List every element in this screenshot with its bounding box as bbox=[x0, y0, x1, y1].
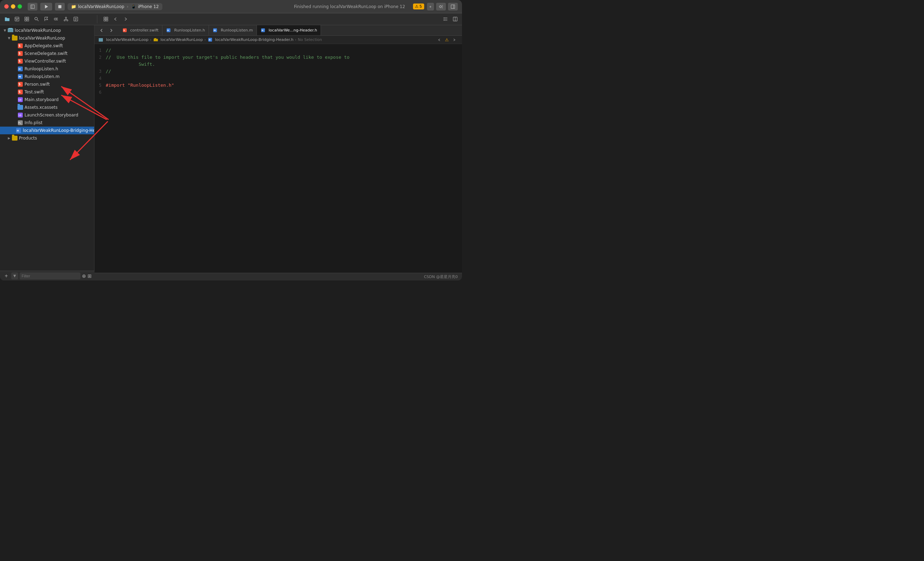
tree-item-person-label: Person.swift bbox=[24, 82, 50, 87]
tree-item-products[interactable]: ▶ Products bbox=[0, 134, 94, 142]
breadcrumb-project-icon bbox=[98, 37, 104, 43]
tree-item-appdelegate[interactable]: ▶ S AppDelegate.swift bbox=[0, 42, 94, 50]
split-icon[interactable] bbox=[451, 15, 459, 24]
chevron-down-icon: ▼ bbox=[7, 36, 11, 40]
tree-item-group[interactable]: ▼ localVarWeakRunLoop bbox=[0, 34, 94, 42]
tab-controller[interactable]: S controller.swift bbox=[118, 25, 162, 35]
diff-toolbar-icon[interactable] bbox=[52, 15, 60, 24]
add-button[interactable]: + bbox=[427, 3, 434, 10]
svg-text:SB: SB bbox=[18, 99, 21, 102]
tab-nav-forward[interactable] bbox=[107, 26, 116, 34]
toolbar bbox=[0, 13, 462, 25]
warning-badge[interactable]: ⚠️ 5 bbox=[413, 3, 424, 9]
tab-bridging-h-icon: H bbox=[260, 28, 266, 33]
m-file-icon: M bbox=[18, 74, 23, 79]
traffic-lights bbox=[4, 4, 22, 9]
tree-item-scenedelegate[interactable]: ▶ S SceneDelegate.swift bbox=[0, 50, 94, 57]
lines-icon[interactable] bbox=[441, 15, 449, 24]
sidebar-toggle-button[interactable] bbox=[28, 3, 38, 10]
svg-rect-15 bbox=[24, 19, 26, 21]
breadcrumb-part4: No Selection bbox=[298, 37, 322, 42]
svg-point-17 bbox=[34, 17, 38, 20]
back-button[interactable] bbox=[111, 15, 120, 24]
sidebar-toolbar bbox=[3, 15, 97, 24]
tree-item-mainstoryboard[interactable]: ▶ SB Main.storyboard bbox=[0, 96, 94, 103]
svg-rect-69 bbox=[99, 38, 103, 42]
line-num-1: 1 bbox=[94, 47, 106, 54]
tree-item-test[interactable]: ▶ S Test.swift bbox=[0, 88, 94, 96]
filter-selector[interactable]: ▼ bbox=[11, 272, 18, 273]
breadcrumb-part3[interactable]: localVarWeakRunLoop-Bridging-Header.h bbox=[215, 37, 293, 42]
stop-button[interactable] bbox=[55, 3, 65, 10]
line-content-5: #import "RunloopListen.h" bbox=[106, 82, 462, 89]
tab-runlooplisten-m[interactable]: M RunloopListen.m bbox=[209, 25, 257, 35]
swift-file-icon-4: S bbox=[18, 81, 23, 87]
filter-input[interactable] bbox=[20, 272, 81, 273]
code-line-5: 5 #import "RunloopListen.h" bbox=[94, 82, 462, 89]
folder-toolbar-icon[interactable] bbox=[3, 15, 11, 24]
forward-button[interactable] bbox=[121, 15, 129, 24]
close-button[interactable] bbox=[4, 4, 9, 9]
tree-item-runlooplisten-m[interactable]: ▶ M RunloopListen.m bbox=[0, 73, 94, 81]
svg-rect-13 bbox=[24, 17, 26, 19]
tree-item-person[interactable]: ▶ S Person.swift bbox=[0, 81, 94, 88]
layout-button[interactable] bbox=[436, 3, 446, 10]
line-content-3: // bbox=[106, 68, 462, 75]
minimize-button[interactable] bbox=[11, 4, 15, 9]
line-num-5: 5 bbox=[94, 82, 106, 89]
code-line-1: 1 // bbox=[94, 47, 462, 54]
warning-icon: ⚠️ bbox=[415, 4, 418, 9]
breadcrumb-sep1: › bbox=[150, 37, 151, 42]
statusbar-text: CSDN @星星月亮0 bbox=[424, 274, 458, 280]
breadcrumb-back-btn[interactable] bbox=[435, 36, 444, 44]
tree-item-bridgingheader[interactable]: ▶ H localVarWeakRunLoop-Bridging-Header.… bbox=[0, 127, 94, 134]
fullscreen-button[interactable] bbox=[18, 4, 22, 9]
tree-item-appdelegate-label: AppDelegate.swift bbox=[24, 43, 63, 48]
warning-toolbar-icon[interactable] bbox=[13, 15, 21, 24]
main-area: ▼ localVarWeakRunLoop ▼ localVarWeakRunL… bbox=[0, 25, 462, 273]
breadcrumb-forward-btn[interactable] bbox=[450, 36, 459, 44]
tab-h-icon: H bbox=[166, 28, 171, 33]
svg-line-18 bbox=[37, 19, 39, 21]
tree-item-assets-label: Assets.xcassets bbox=[24, 105, 58, 110]
history-toolbar-icon[interactable] bbox=[71, 15, 80, 24]
swift-file-icon-5: S bbox=[18, 89, 23, 95]
play-button[interactable] bbox=[40, 3, 52, 10]
tab-swift-icon: S bbox=[122, 28, 128, 33]
tree-item-viewcontroller[interactable]: ▶ S ViewController.swift bbox=[0, 57, 94, 65]
tree-item-runlooplisten-h[interactable]: ▶ H RunloopListen.h bbox=[0, 65, 94, 73]
tree-item-launchscreen[interactable]: ▶ SB LaunchScreen.storyboard bbox=[0, 111, 94, 119]
code-editor[interactable]: 1 // 2 // Use this file to import your t… bbox=[94, 44, 462, 273]
tab-bridgingheader[interactable]: H localVarWe...ng-Header.h bbox=[257, 25, 321, 35]
breadcrumb-part1[interactable]: localVarWeakRunLoop bbox=[106, 37, 148, 42]
tree-item-mainstoryboard-label: Main.storyboard bbox=[24, 97, 58, 102]
line-content-1: // bbox=[106, 47, 462, 54]
svg-text:S: S bbox=[123, 29, 124, 31]
right-toolbar bbox=[441, 15, 459, 24]
add-file-button[interactable]: + bbox=[3, 272, 10, 273]
code-line-2: 2 // Use this file to import your target… bbox=[94, 54, 462, 68]
flag-toolbar-icon[interactable] bbox=[42, 15, 50, 24]
svg-text:H: H bbox=[18, 68, 21, 71]
line-num-3: 3 bbox=[94, 68, 106, 75]
titlebar-right-buttons: + bbox=[427, 3, 458, 10]
tab-nav-back[interactable] bbox=[97, 26, 106, 34]
svg-point-19 bbox=[54, 18, 56, 20]
tree-item-infoplist[interactable]: ▶ PL Info.plist bbox=[0, 119, 94, 127]
tree-item-assets[interactable]: ▶ Assets.xcassets bbox=[0, 103, 94, 111]
breadcrumb-part2[interactable]: localVarWeakRunLoop bbox=[160, 37, 203, 42]
search-toolbar-icon[interactable] bbox=[32, 15, 40, 24]
tab-bridgingheader-label: localVarWe...ng-Header.h bbox=[269, 28, 318, 33]
svg-text:H: H bbox=[167, 29, 169, 31]
tab-runlooplisten-h[interactable]: H RunloopListen.h bbox=[162, 25, 209, 35]
project-scheme-selector[interactable]: 📁 localVarWeakRunLoop › 📱 iPhone 12 bbox=[68, 3, 162, 10]
inspector-toggle-button[interactable] bbox=[448, 3, 458, 10]
grid-toolbar-icon[interactable] bbox=[22, 15, 31, 24]
tree-item-runlooplisten-m-label: RunloopListen.m bbox=[24, 74, 60, 79]
editor-grid-icon[interactable] bbox=[102, 15, 110, 24]
git-toolbar-icon[interactable] bbox=[62, 15, 70, 24]
svg-point-21 bbox=[64, 19, 65, 21]
tree-item-viewcontroller-label: ViewController.swift bbox=[24, 59, 66, 64]
tree-item-root[interactable]: ▼ localVarWeakRunLoop bbox=[0, 27, 94, 34]
tree-item-infoplist-label: Info.plist bbox=[24, 120, 43, 125]
